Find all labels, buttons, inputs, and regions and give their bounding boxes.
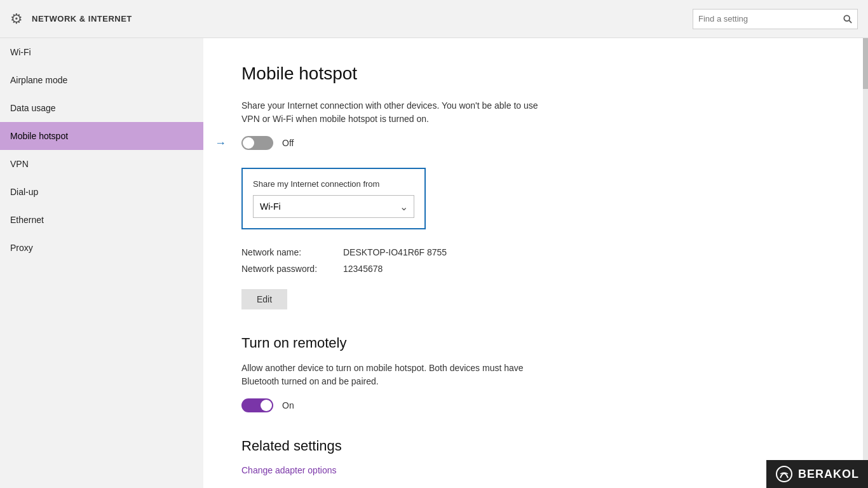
share-connection-box: Share my Internet connection from Wi-FiE… bbox=[241, 168, 426, 229]
sidebar-item-vpn[interactable]: VPN bbox=[0, 150, 203, 178]
watermark: BERAKOL bbox=[766, 460, 868, 488]
hotspot-toggle-row: Off bbox=[241, 136, 825, 150]
toggle-on-label: On bbox=[282, 400, 294, 410]
toggle-knob bbox=[243, 137, 254, 149]
network-info: Network name: DESKTOP-IO41R6F 8755 Netwo… bbox=[241, 247, 825, 274]
svg-point-0 bbox=[844, 15, 850, 21]
connection-select[interactable]: Wi-FiEthernet bbox=[253, 195, 414, 218]
main-layout: Wi-FiAirplane modeData usageMobile hotsp… bbox=[0, 38, 868, 488]
search-input[interactable] bbox=[693, 14, 838, 24]
sidebar-item-mobile-hotspot[interactable]: Mobile hotspot bbox=[0, 122, 203, 150]
share-box-title: Share my Internet connection from bbox=[253, 179, 414, 189]
settings-icon: ⚙ bbox=[10, 11, 23, 27]
sidebar-item-ethernet[interactable]: Ethernet bbox=[0, 206, 203, 234]
network-name-label: Network name: bbox=[241, 247, 343, 257]
sidebar: Wi-FiAirplane modeData usageMobile hotsp… bbox=[0, 38, 203, 488]
sidebar-item-data-usage[interactable]: Data usage bbox=[0, 94, 203, 122]
related-settings-title: Related settings bbox=[241, 438, 825, 454]
header: ⚙ NETWORK & INTERNET bbox=[0, 0, 868, 38]
remote-toggle-row: On bbox=[241, 398, 825, 412]
scrollbar-track bbox=[863, 38, 868, 488]
watermark-text: BERAKOL bbox=[798, 468, 859, 481]
remote-toggle[interactable] bbox=[241, 398, 273, 412]
related-settings-section: Related settings Change adapter options bbox=[241, 438, 825, 476]
content-area: → Mobile hotspot Share your Internet con… bbox=[203, 38, 863, 488]
turn-on-remotely-desc: Allow another device to turn on mobile h… bbox=[241, 362, 559, 388]
network-password-value: 12345678 bbox=[343, 264, 383, 274]
search-box[interactable] bbox=[693, 9, 858, 29]
arrow-annotation: → bbox=[215, 137, 226, 150]
remote-toggle-knob bbox=[261, 400, 272, 411]
scrollbar-thumb[interactable] bbox=[863, 38, 868, 89]
sidebar-item-wifi[interactable]: Wi-Fi bbox=[0, 38, 203, 66]
toggle-off-label: Off bbox=[282, 138, 294, 148]
watermark-logo bbox=[775, 465, 793, 483]
page-title: Mobile hotspot bbox=[241, 64, 825, 84]
connection-select-wrapper[interactable]: Wi-FiEthernet bbox=[253, 195, 414, 218]
change-adapter-options-link[interactable]: Change adapter options bbox=[241, 465, 336, 475]
svg-line-1 bbox=[849, 20, 851, 23]
network-password-label: Network password: bbox=[241, 264, 343, 274]
network-name-row: Network name: DESKTOP-IO41R6F 8755 bbox=[241, 247, 825, 257]
network-password-row: Network password: 12345678 bbox=[241, 264, 825, 274]
sidebar-item-dial-up[interactable]: Dial-up bbox=[0, 178, 203, 206]
header-title: NETWORK & INTERNET bbox=[32, 14, 132, 24]
description-text: Share your Internet connection with othe… bbox=[241, 99, 546, 126]
sidebar-item-proxy[interactable]: Proxy bbox=[0, 234, 203, 262]
sidebar-item-airplane[interactable]: Airplane mode bbox=[0, 66, 203, 94]
search-icon bbox=[838, 15, 857, 24]
edit-button[interactable]: Edit bbox=[241, 289, 287, 309]
turn-on-remotely-title: Turn on remotely bbox=[241, 335, 825, 351]
hotspot-toggle[interactable] bbox=[241, 136, 273, 150]
network-name-value: DESKTOP-IO41R6F 8755 bbox=[343, 247, 447, 257]
